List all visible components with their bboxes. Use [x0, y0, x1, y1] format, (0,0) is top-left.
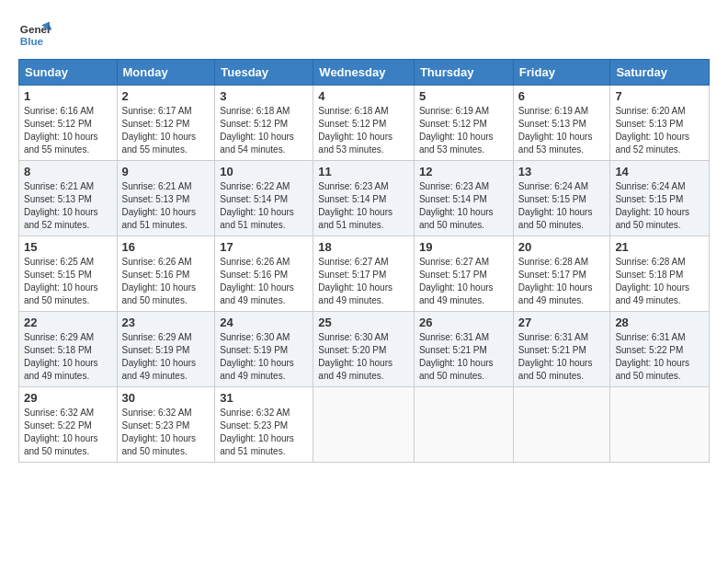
day-info: Sunrise: 6:20 AM Sunset: 5:13 PM Dayligh… — [615, 105, 704, 156]
day-number: 26 — [419, 316, 508, 329]
calendar-cell: 6Sunrise: 6:19 AM Sunset: 5:13 PM Daylig… — [513, 86, 610, 161]
calendar-body: 1Sunrise: 6:16 AM Sunset: 5:12 PM Daylig… — [19, 86, 710, 463]
day-number: 27 — [518, 316, 606, 329]
day-info: Sunrise: 6:29 AM Sunset: 5:19 PM Dayligh… — [122, 331, 210, 383]
day-number: 16 — [122, 240, 210, 254]
calendar-cell: 9Sunrise: 6:21 AM Sunset: 5:13 PM Daylig… — [117, 161, 215, 236]
calendar-cell: 8Sunrise: 6:21 AM Sunset: 5:13 PM Daylig… — [19, 161, 118, 236]
calendar-cell: 20Sunrise: 6:28 AM Sunset: 5:17 PM Dayli… — [513, 236, 610, 312]
general-blue-logo-icon: General Blue — [18, 18, 51, 52]
day-number: 9 — [122, 165, 210, 178]
weekday-header-saturday: Saturday — [610, 60, 710, 86]
day-info: Sunrise: 6:26 AM Sunset: 5:16 PM Dayligh… — [220, 256, 308, 307]
week-row-3: 15Sunrise: 6:25 AM Sunset: 5:15 PM Dayli… — [19, 236, 710, 312]
calendar-cell: 21Sunrise: 6:28 AM Sunset: 5:18 PM Dayli… — [610, 236, 710, 312]
weekday-header-monday: Monday — [117, 60, 215, 86]
day-number: 18 — [318, 240, 409, 254]
day-info: Sunrise: 6:27 AM Sunset: 5:17 PM Dayligh… — [419, 256, 508, 307]
day-info: Sunrise: 6:32 AM Sunset: 5:23 PM Dayligh… — [220, 407, 308, 458]
day-number: 30 — [122, 391, 210, 405]
calendar-cell: 1Sunrise: 6:16 AM Sunset: 5:12 PM Daylig… — [19, 86, 118, 161]
day-number: 19 — [419, 240, 508, 254]
weekday-header-row: SundayMondayTuesdayWednesdayThursdayFrid… — [19, 60, 710, 86]
calendar-cell: 29Sunrise: 6:32 AM Sunset: 5:22 PM Dayli… — [19, 387, 118, 463]
day-info: Sunrise: 6:21 AM Sunset: 5:13 PM Dayligh… — [24, 180, 112, 232]
weekday-header-friday: Friday — [513, 60, 610, 86]
day-number: 3 — [220, 89, 308, 103]
weekday-header-sunday: Sunday — [19, 60, 118, 86]
day-info: Sunrise: 6:21 AM Sunset: 5:13 PM Dayligh… — [122, 180, 210, 232]
day-number: 8 — [24, 165, 112, 178]
calendar-cell: 14Sunrise: 6:24 AM Sunset: 5:15 PM Dayli… — [610, 161, 710, 236]
calendar-cell: 27Sunrise: 6:31 AM Sunset: 5:21 PM Dayli… — [513, 312, 610, 387]
calendar-cell: 24Sunrise: 6:30 AM Sunset: 5:19 PM Dayli… — [215, 312, 313, 387]
day-number: 5 — [419, 89, 508, 103]
calendar-cell: 23Sunrise: 6:29 AM Sunset: 5:19 PM Dayli… — [117, 312, 215, 387]
calendar-cell: 28Sunrise: 6:31 AM Sunset: 5:22 PM Dayli… — [610, 312, 710, 387]
day-info: Sunrise: 6:28 AM Sunset: 5:17 PM Dayligh… — [518, 256, 606, 307]
calendar-cell — [610, 387, 710, 463]
calendar-cell: 26Sunrise: 6:31 AM Sunset: 5:21 PM Dayli… — [414, 312, 513, 387]
calendar-cell: 5Sunrise: 6:19 AM Sunset: 5:12 PM Daylig… — [414, 86, 513, 161]
day-info: Sunrise: 6:17 AM Sunset: 5:12 PM Dayligh… — [122, 105, 210, 156]
day-number: 2 — [122, 89, 210, 103]
day-info: Sunrise: 6:25 AM Sunset: 5:15 PM Dayligh… — [24, 256, 112, 307]
day-info: Sunrise: 6:32 AM Sunset: 5:22 PM Dayligh… — [24, 407, 112, 458]
week-row-4: 22Sunrise: 6:29 AM Sunset: 5:18 PM Dayli… — [19, 312, 710, 387]
day-number: 15 — [24, 240, 112, 254]
day-info: Sunrise: 6:23 AM Sunset: 5:14 PM Dayligh… — [419, 180, 508, 232]
calendar-cell: 25Sunrise: 6:30 AM Sunset: 5:20 PM Dayli… — [313, 312, 415, 387]
calendar-cell: 2Sunrise: 6:17 AM Sunset: 5:12 PM Daylig… — [117, 86, 215, 161]
day-info: Sunrise: 6:24 AM Sunset: 5:15 PM Dayligh… — [518, 180, 606, 232]
calendar-cell — [313, 387, 415, 463]
calendar-cell: 12Sunrise: 6:23 AM Sunset: 5:14 PM Dayli… — [414, 161, 513, 236]
weekday-header-wednesday: Wednesday — [313, 60, 415, 86]
day-info: Sunrise: 6:18 AM Sunset: 5:12 PM Dayligh… — [318, 105, 409, 156]
calendar-cell: 30Sunrise: 6:32 AM Sunset: 5:23 PM Dayli… — [117, 387, 215, 463]
calendar-cell: 13Sunrise: 6:24 AM Sunset: 5:15 PM Dayli… — [513, 161, 610, 236]
day-number: 13 — [518, 165, 606, 178]
calendar-table: SundayMondayTuesdayWednesdayThursdayFrid… — [18, 59, 710, 463]
day-info: Sunrise: 6:22 AM Sunset: 5:14 PM Dayligh… — [220, 180, 308, 232]
day-number: 28 — [615, 316, 704, 329]
day-info: Sunrise: 6:26 AM Sunset: 5:16 PM Dayligh… — [122, 256, 210, 307]
calendar-cell: 19Sunrise: 6:27 AM Sunset: 5:17 PM Dayli… — [414, 236, 513, 312]
svg-text:Blue: Blue — [20, 35, 44, 47]
day-number: 6 — [518, 89, 606, 103]
calendar-cell: 16Sunrise: 6:26 AM Sunset: 5:16 PM Dayli… — [117, 236, 215, 312]
day-info: Sunrise: 6:19 AM Sunset: 5:13 PM Dayligh… — [518, 105, 606, 156]
calendar-cell — [513, 387, 610, 463]
day-number: 17 — [220, 240, 308, 254]
calendar-cell: 10Sunrise: 6:22 AM Sunset: 5:14 PM Dayli… — [215, 161, 313, 236]
calendar-cell: 3Sunrise: 6:18 AM Sunset: 5:12 PM Daylig… — [215, 86, 313, 161]
day-number: 4 — [318, 89, 409, 103]
day-info: Sunrise: 6:24 AM Sunset: 5:15 PM Dayligh… — [615, 180, 704, 232]
calendar-cell: 4Sunrise: 6:18 AM Sunset: 5:12 PM Daylig… — [313, 86, 415, 161]
day-number: 25 — [318, 316, 409, 329]
logo-area: General Blue — [18, 18, 55, 52]
day-info: Sunrise: 6:31 AM Sunset: 5:22 PM Dayligh… — [615, 331, 704, 383]
day-number: 11 — [318, 165, 409, 178]
page-header: General Blue — [18, 18, 710, 52]
day-number: 14 — [615, 165, 704, 178]
day-info: Sunrise: 6:29 AM Sunset: 5:18 PM Dayligh… — [24, 331, 112, 383]
calendar-cell: 31Sunrise: 6:32 AM Sunset: 5:23 PM Dayli… — [215, 387, 313, 463]
day-number: 29 — [24, 391, 112, 405]
calendar-cell: 15Sunrise: 6:25 AM Sunset: 5:15 PM Dayli… — [19, 236, 118, 312]
day-number: 10 — [220, 165, 308, 178]
day-number: 31 — [220, 391, 308, 405]
day-info: Sunrise: 6:27 AM Sunset: 5:17 PM Dayligh… — [318, 256, 409, 307]
weekday-header-thursday: Thursday — [414, 60, 513, 86]
week-row-1: 1Sunrise: 6:16 AM Sunset: 5:12 PM Daylig… — [19, 86, 710, 161]
day-number: 23 — [122, 316, 210, 329]
day-number: 22 — [24, 316, 112, 329]
day-info: Sunrise: 6:18 AM Sunset: 5:12 PM Dayligh… — [220, 105, 308, 156]
day-info: Sunrise: 6:30 AM Sunset: 5:19 PM Dayligh… — [220, 331, 308, 383]
day-info: Sunrise: 6:32 AM Sunset: 5:23 PM Dayligh… — [122, 407, 210, 458]
day-info: Sunrise: 6:19 AM Sunset: 5:12 PM Dayligh… — [419, 105, 508, 156]
calendar-cell: 11Sunrise: 6:23 AM Sunset: 5:14 PM Dayli… — [313, 161, 415, 236]
day-info: Sunrise: 6:28 AM Sunset: 5:18 PM Dayligh… — [615, 256, 704, 307]
weekday-header-tuesday: Tuesday — [215, 60, 313, 86]
week-row-2: 8Sunrise: 6:21 AM Sunset: 5:13 PM Daylig… — [19, 161, 710, 236]
day-info: Sunrise: 6:16 AM Sunset: 5:12 PM Dayligh… — [24, 105, 112, 156]
